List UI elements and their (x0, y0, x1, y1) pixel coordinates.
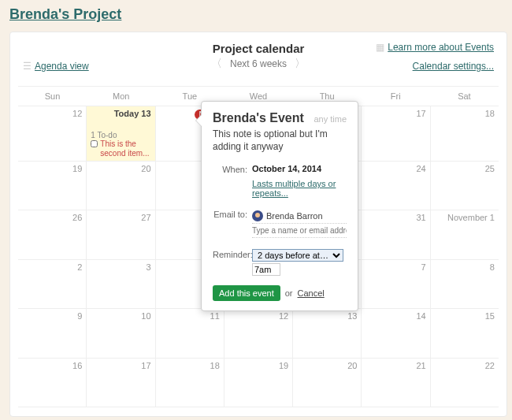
day-number: 9 (77, 311, 82, 321)
calendar-cell[interactable]: Today 131 To-doThis is the second item..… (87, 106, 155, 161)
day-number: 27 (141, 213, 150, 222)
prev-period-button[interactable]: 〈 (211, 57, 222, 71)
day-number: 17 (141, 361, 150, 370)
event-note[interactable]: This note is optional but I'm adding it … (213, 128, 347, 153)
calendar-cell[interactable]: 26 (18, 210, 87, 258)
cancel-link[interactable]: Cancel (298, 288, 325, 298)
calendar-cell[interactable]: 9 (18, 309, 87, 357)
calendar-cell[interactable]: 7 (362, 260, 430, 308)
or-text: or (285, 288, 293, 298)
calendar-cell[interactable]: 18 (431, 106, 499, 161)
day-number: 31 (416, 213, 425, 222)
day-number: 24 (416, 164, 425, 173)
email-to-label: Email to: (213, 209, 252, 238)
calendar-title: Project calendar (23, 42, 494, 55)
day-number: 25 (485, 164, 495, 173)
reminder-select[interactable]: 2 days before at… (252, 249, 343, 262)
calendar-cell[interactable]: 31 (362, 210, 430, 258)
calendar-cell[interactable]: 19 (18, 162, 87, 210)
day-number: 21 (416, 361, 425, 370)
day-number: 18 (485, 109, 495, 118)
event-anytime[interactable]: any time (314, 114, 347, 124)
calendar-cell[interactable]: 27 (87, 210, 155, 258)
todo-item[interactable]: This is the second item... (91, 139, 150, 158)
calendar-cell[interactable]: 12 (18, 106, 87, 161)
reminder-label: Reminder: (213, 249, 252, 276)
calendar-cell[interactable]: 24 (362, 162, 430, 210)
calendar-cell[interactable]: 16 (18, 359, 87, 407)
day-number: November 1 (447, 213, 495, 222)
calendar-cell[interactable]: 3 (87, 260, 155, 308)
day-number: 18 (210, 361, 220, 370)
day-number: 12 (279, 311, 288, 321)
calendar-cell[interactable]: 17 (362, 106, 430, 161)
when-value[interactable]: October 14, 2014 (252, 164, 347, 174)
day-number: 17 (416, 109, 425, 118)
calendar-cell[interactable]: 18 (156, 359, 224, 407)
calendar-cell[interactable]: 20 (87, 162, 155, 210)
todo-header: 1 To-do (91, 131, 150, 139)
day-number: 22 (485, 361, 495, 370)
reminder-time-input[interactable] (252, 263, 280, 276)
day-number: 15 (485, 311, 495, 321)
calendar-cell[interactable]: 14 (362, 309, 430, 357)
day-number: 12 (72, 109, 82, 118)
event-popup: Brenda's Event any time This note is opt… (201, 101, 358, 311)
day-number: 7 (421, 262, 426, 272)
calendar-cell[interactable]: 8 (431, 260, 499, 308)
calendar-cell[interactable]: 21 (362, 359, 430, 407)
day-number: 26 (72, 213, 82, 222)
todo-checkbox[interactable] (91, 140, 98, 147)
calendar-cell[interactable]: 17 (87, 359, 155, 407)
day-number: 13 (347, 311, 357, 321)
email-input[interactable] (252, 224, 347, 238)
calendar-cell[interactable]: 20 (293, 359, 362, 407)
project-title-link[interactable]: Brenda's Project (9, 6, 121, 22)
day-number: 11 (210, 311, 220, 321)
calendar-cell[interactable]: 13 (293, 309, 362, 357)
day-number: 20 (347, 361, 357, 370)
calendar-subtitle: Next 6 weeks (230, 58, 287, 69)
day-number: 19 (279, 361, 288, 370)
day-number: 2 (77, 262, 82, 272)
next-period-button[interactable]: 〉 (295, 57, 306, 71)
day-number: 8 (490, 262, 495, 272)
today-label: Today 13 (91, 109, 150, 118)
day-number: 20 (141, 164, 150, 173)
calendar-cell[interactable]: 19 (224, 359, 293, 407)
day-number: 16 (72, 361, 82, 370)
avatar-icon (252, 210, 263, 221)
calendar-cell[interactable]: 15 (431, 309, 499, 357)
calendar-cell[interactable]: 11 (156, 309, 224, 357)
when-label: When: (213, 164, 252, 174)
calendar-cell[interactable]: 22 (431, 359, 499, 407)
day-number: 19 (72, 164, 82, 173)
calendar-cell[interactable]: 10 (87, 309, 155, 357)
calendar-cell[interactable]: 25 (431, 162, 499, 210)
repeats-link[interactable]: Lasts multiple days or repeats... (252, 179, 336, 198)
calendar-cell[interactable]: 12 (224, 309, 293, 357)
add-event-button[interactable]: Add this event (213, 285, 280, 301)
calendar-cell[interactable]: November 1 (431, 210, 499, 258)
email-recipient[interactable]: Brenda Barron (252, 209, 347, 224)
day-number: 3 (146, 262, 150, 272)
event-title[interactable]: Brenda's Event (213, 111, 304, 125)
day-number: 14 (416, 311, 425, 321)
day-number: 10 (141, 311, 150, 321)
calendar-cell[interactable]: 2 (18, 260, 87, 308)
